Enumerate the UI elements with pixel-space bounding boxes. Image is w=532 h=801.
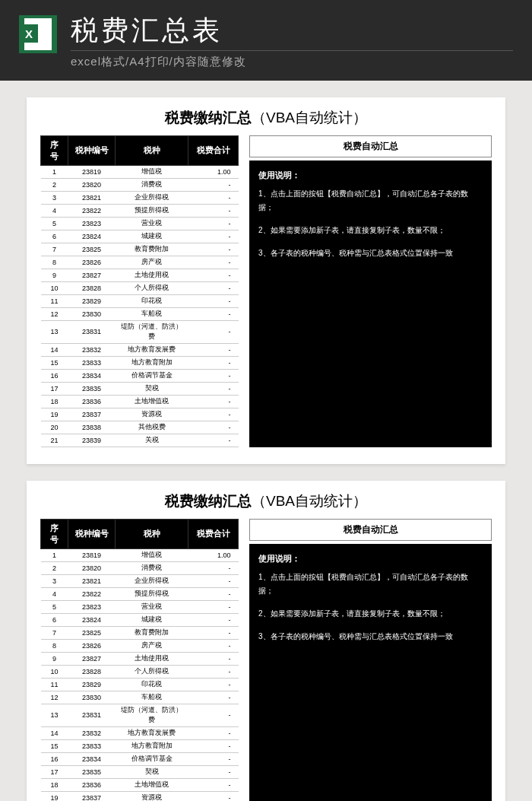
cell-name: 车船税: [116, 307, 188, 320]
table-row: 623824城建税-: [41, 613, 239, 626]
instruction-3: 3、各子表的税种编号、税种需与汇总表格式位置保持一致: [258, 246, 483, 260]
sheet-title-sub: （VBA自动统计）: [252, 493, 367, 509]
instructions-panel: 使用说明： 1、点击上面的按钮【税费自动汇总】，可自动汇总各子表的数据； 2、如…: [249, 161, 492, 447]
cell-total: -: [188, 574, 239, 587]
cell-no: 20: [41, 421, 68, 434]
cell-code: 23836: [68, 778, 116, 791]
page-subtitle: excel格式/A4打印/内容随意修改: [71, 50, 513, 69]
col-header-name: 税种: [116, 519, 188, 548]
cell-total: -: [188, 704, 239, 726]
table-row: 1523833地方教育附加-: [41, 356, 239, 369]
instruction-2: 2、如果需要添加新子表，请直接复制子表，数量不限；: [258, 224, 483, 237]
header-text: 税费汇总表 excel格式/A4打印/内容随意修改: [71, 15, 513, 69]
table-row: 1923837资源税-: [41, 408, 239, 421]
cell-name: 增值税: [116, 165, 188, 178]
cell-code: 23831: [68, 704, 116, 726]
cell-total: 1.00: [188, 548, 239, 561]
col-header-total: 税费合计: [188, 519, 239, 548]
table-row: 1223830车船税-: [41, 691, 239, 704]
col-header-no: 序号: [41, 519, 68, 548]
cell-total: -: [188, 178, 239, 191]
instruction-1: 1、点击上面的按钮【税费自动汇总】，可自动汇总各子表的数据；: [258, 187, 483, 215]
auto-summary-button[interactable]: 税费自动汇总: [249, 135, 492, 157]
cell-code: 23833: [68, 356, 116, 369]
auto-summary-button[interactable]: 税费自动汇总: [249, 519, 492, 541]
table-row: 723825教育费附加-: [41, 243, 239, 256]
cell-code: 23831: [68, 320, 116, 343]
cell-name: 企业所得税: [116, 191, 188, 204]
cell-code: 23827: [68, 652, 116, 665]
cell-code: 23835: [68, 382, 116, 395]
table-row: 1623834价格调节基金-: [41, 752, 239, 765]
cell-total: -: [188, 726, 239, 739]
cell-no: 9: [41, 652, 68, 665]
cell-total: -: [188, 191, 239, 204]
cell-name: 契税: [116, 382, 188, 395]
tax-table-body-1: 123819增值税1.00223820消费税-323821企业所得税-42382…: [41, 165, 239, 447]
table-row: 2023838其他税费-: [41, 421, 239, 434]
cell-total: -: [188, 639, 239, 652]
cell-total: -: [188, 382, 239, 395]
cell-name: 堤防（河道、防洪）费: [116, 704, 188, 726]
table-row: 323821企业所得税-: [41, 191, 239, 204]
cell-name: 关税: [116, 434, 188, 447]
cell-code: 23823: [68, 217, 116, 230]
cell-total: -: [188, 665, 239, 678]
instructions-panel: 使用说明： 1、点击上面的按钮【税费自动汇总】，可自动汇总各子表的数据； 2、如…: [249, 544, 492, 801]
cell-code: 23834: [68, 369, 116, 382]
cell-code: 23826: [68, 639, 116, 652]
cell-total: -: [188, 294, 239, 307]
cell-name: 城建税: [116, 230, 188, 243]
cell-no: 18: [41, 778, 68, 791]
table-row: 2123839关税-: [41, 434, 239, 447]
table-row: 1023828个人所得税-: [41, 281, 239, 294]
cell-no: 7: [41, 243, 68, 256]
cell-total: -: [188, 356, 239, 369]
cell-name: 地方教育发展费: [116, 726, 188, 739]
cell-name: 房产税: [116, 639, 188, 652]
cell-no: 6: [41, 230, 68, 243]
cell-code: 23823: [68, 600, 116, 613]
cell-no: 3: [41, 191, 68, 204]
cell-no: 10: [41, 281, 68, 294]
excel-icon: [19, 15, 57, 53]
cell-code: 23830: [68, 307, 116, 320]
cell-no: 13: [41, 704, 68, 726]
table-row: 1823836土地增值税-: [41, 395, 239, 408]
side-panel: 税费自动汇总 使用说明： 1、点击上面的按钮【税费自动汇总】，可自动汇总各子表的…: [249, 135, 492, 447]
table-row: 223820消费税-: [41, 561, 239, 574]
cell-code: 23822: [68, 587, 116, 600]
cell-code: 23832: [68, 726, 116, 739]
cell-name: 消费税: [116, 561, 188, 574]
cell-name: 其他税费: [116, 421, 188, 434]
cell-no: 5: [41, 600, 68, 613]
cell-name: 价格调节基金: [116, 752, 188, 765]
cell-no: 21: [41, 434, 68, 447]
tax-table: 序号 税种编号 税种 税费合计 123819增值税1.00223820消费税-3…: [40, 519, 239, 801]
cell-name: 土地增值税: [116, 778, 188, 791]
cell-name: 土地使用税: [116, 269, 188, 281]
cell-code: 23826: [68, 256, 116, 269]
table-row: 323821企业所得税-: [41, 574, 239, 587]
cell-total: -: [188, 307, 239, 320]
table-row: 423822预提所得税-: [41, 587, 239, 600]
table-row: 1823836土地增值税-: [41, 778, 239, 791]
cell-code: 23819: [68, 548, 116, 561]
cell-code: 23825: [68, 626, 116, 639]
cell-code: 23830: [68, 691, 116, 704]
table-row: 423822预提所得税-: [41, 204, 239, 217]
cell-code: 23832: [68, 343, 116, 356]
cell-code: 23837: [68, 408, 116, 421]
cell-code: 23827: [68, 269, 116, 281]
cell-code: 23838: [68, 421, 116, 434]
cell-name: 车船税: [116, 691, 188, 704]
cell-total: -: [188, 587, 239, 600]
cell-total: -: [188, 281, 239, 294]
cell-code: 23829: [68, 294, 116, 307]
cell-no: 1: [41, 165, 68, 178]
cell-total: -: [188, 230, 239, 243]
cell-total: -: [188, 691, 239, 704]
cell-name: 资源税: [116, 408, 188, 421]
col-header-code: 税种编号: [68, 519, 116, 548]
cell-total: -: [188, 652, 239, 665]
